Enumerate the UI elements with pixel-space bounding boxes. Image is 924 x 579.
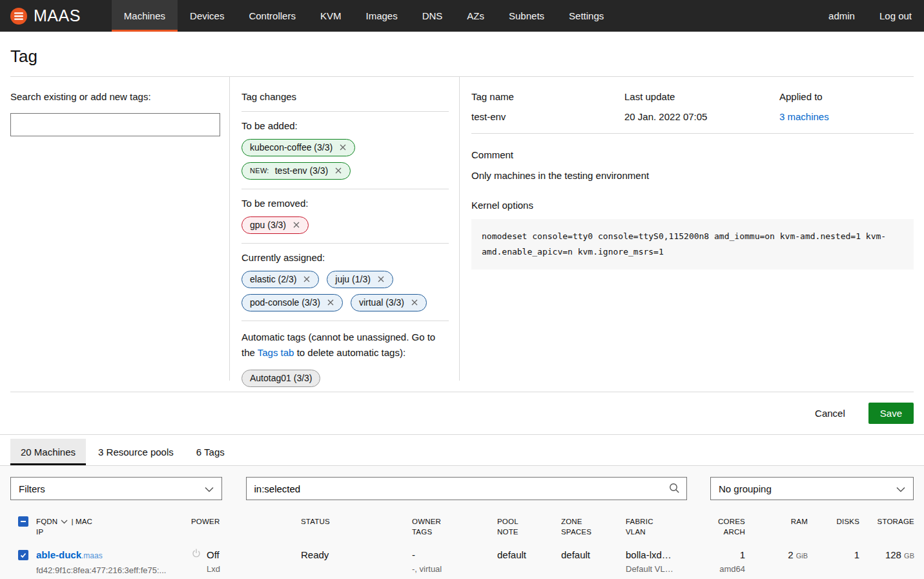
divider — [241, 321, 449, 321]
machine-search-input[interactable] — [247, 483, 668, 494]
chevron-down-icon — [896, 483, 905, 494]
machine-domain: .maas — [81, 551, 103, 560]
save-button[interactable]: Save — [868, 403, 914, 424]
tag-chip-juju: juju (1/3) — [327, 271, 393, 288]
machine-cores: 1 — [700, 548, 745, 562]
last-update-label: Last update — [624, 91, 779, 102]
machine-ip: fd42:9f1c:8fea:477:216:3eff:fe75:... — [36, 564, 191, 576]
tag-name-label: Tag name — [471, 91, 624, 102]
table-row: able-duck.maas fd42:9f1c:8fea:477:216:3e… — [10, 542, 914, 579]
sort-chevron-icon[interactable] — [61, 516, 68, 527]
machine-zone: default — [561, 548, 626, 562]
remove-chip-button[interactable] — [410, 299, 419, 306]
remove-chip-button[interactable] — [334, 167, 343, 174]
tag-chip-pod-console: pod-console (3/3) — [241, 294, 343, 311]
remove-chip-button[interactable] — [338, 143, 347, 151]
tag-changes-title: Tag changes — [241, 91, 449, 102]
select-all-checkbox[interactable] — [18, 516, 28, 527]
tag-chip-new-test-env: NEW:test-env (3/3) — [241, 162, 351, 180]
page-title: Tag — [10, 32, 914, 76]
table-header-row: FQDN | MAC IP POWER STATUS OWNERTAGS POO… — [10, 514, 914, 542]
maas-logo-icon — [10, 8, 27, 25]
divider — [471, 133, 914, 134]
tags-tab-link[interactable]: Tags tab — [258, 347, 294, 358]
nav-item-subnets[interactable]: Subnets — [497, 0, 557, 32]
nav-item-kvm[interactable]: KVM — [308, 0, 354, 32]
row-checkbox[interactable] — [18, 550, 28, 560]
status-header: STATUS — [301, 518, 330, 525]
machine-ram: 2 — [788, 549, 793, 560]
tag-chip-elastic: elastic (2/3) — [241, 271, 319, 288]
maas-brand[interactable]: MAAS — [0, 0, 91, 32]
kernel-options-code: nomodeset console=tty0 console=ttyS0,115… — [471, 219, 914, 269]
nav-item-images[interactable]: Images — [353, 0, 409, 32]
cancel-button[interactable]: Cancel — [812, 403, 848, 423]
tab-machines[interactable]: 20 Machines — [10, 439, 86, 465]
power-type: Lxd — [207, 563, 301, 575]
machine-fabric: bolla-lxd… — [626, 548, 700, 562]
remove-chip-button[interactable] — [302, 275, 311, 283]
machine-owner: - — [412, 548, 497, 562]
nav-item-logout[interactable]: Log out — [867, 0, 924, 32]
machine-link[interactable]: able-duck — [36, 549, 81, 560]
search-icon[interactable] — [668, 482, 680, 496]
nav-item-controllers[interactable]: Controllers — [236, 0, 308, 32]
comment-text: Only machines in the testing environment — [471, 169, 914, 182]
remove-chip-button[interactable] — [376, 275, 385, 283]
tag-chip-kubecon-coffee: kubecon-coffee (3/3) — [241, 139, 355, 156]
machine-storage: 128 — [885, 549, 901, 560]
machines-table: FQDN | MAC IP POWER STATUS OWNERTAGS POO… — [10, 514, 914, 579]
kernel-options-label: Kernel options — [471, 200, 914, 211]
list-tabs: 20 Machines 3 Resource pools 6 Tags — [0, 434, 924, 466]
divider — [241, 243, 449, 244]
nav-item-azs[interactable]: AZs — [455, 0, 497, 32]
divider — [241, 111, 449, 112]
applied-to-label: Applied to — [779, 91, 914, 102]
nav-item-devices[interactable]: Devices — [178, 0, 236, 32]
fqdn-header[interactable]: FQDN — [36, 516, 57, 527]
filters-dropdown[interactable]: Filters — [10, 477, 222, 500]
tag-chip-autotag01: Autotag01 (3/3) — [241, 370, 320, 387]
remove-chip-button[interactable] — [292, 221, 301, 229]
nav-item-machines[interactable]: Machines — [112, 0, 178, 32]
tag-search-input[interactable] — [10, 113, 220, 136]
machine-list-section: Filters No grouping FQDN | MAC IP POWER — [0, 466, 924, 579]
divider — [241, 189, 449, 189]
grouping-dropdown[interactable]: No grouping — [710, 477, 914, 500]
power-header: POWER — [191, 518, 220, 525]
nav-item-admin[interactable]: admin — [816, 0, 867, 32]
machine-tags: -, virtual — [412, 563, 497, 575]
automatic-tags-label: Automatic tags (cannot be unassigned. Go… — [241, 330, 448, 361]
machine-vlan: Default VL… — [626, 563, 700, 575]
machine-status: Ready — [301, 548, 412, 562]
applied-to-link[interactable]: 3 machines — [779, 111, 829, 122]
machine-pool: default — [497, 548, 561, 562]
nav-item-settings[interactable]: Settings — [557, 0, 616, 32]
machine-arch: amd64 — [700, 563, 745, 575]
to-be-added-label: To be added: — [241, 120, 449, 131]
power-icon — [191, 548, 201, 562]
currently-assigned-label: Currently assigned: — [241, 252, 449, 263]
tab-resource-pools[interactable]: 3 Resource pools — [88, 439, 184, 465]
tag-name-value: test-env — [471, 110, 624, 122]
remove-chip-button[interactable] — [326, 299, 335, 306]
to-be-removed-label: To be removed: — [241, 198, 449, 209]
tab-tags[interactable]: 6 Tags — [186, 439, 235, 465]
chevron-down-icon — [205, 483, 214, 494]
machine-disks: 1 — [808, 548, 859, 562]
last-update-value: 20 Jan. 2022 07:05 — [624, 110, 779, 122]
tag-chip-gpu: gpu (3/3) — [241, 216, 309, 234]
comment-label: Comment — [471, 149, 914, 160]
top-navbar: MAAS Machines Devices Controllers KVM Im… — [0, 0, 924, 32]
nav-item-dns[interactable]: DNS — [410, 0, 455, 32]
machine-search-box — [246, 477, 687, 500]
tag-search-label: Search existing or add new tags: — [10, 91, 219, 102]
brand-text: MAAS — [34, 6, 81, 25]
tag-chip-virtual: virtual (3/3) — [351, 294, 427, 311]
power-state: Off — [207, 548, 220, 562]
